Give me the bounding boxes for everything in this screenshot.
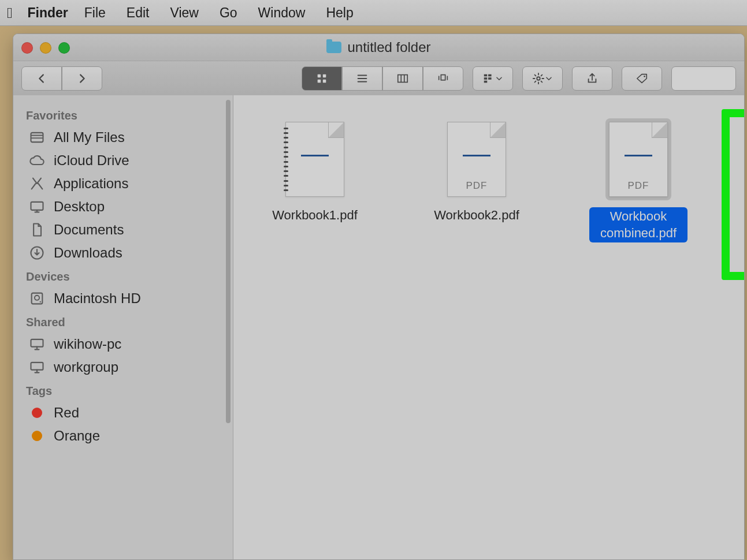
hdd-icon	[28, 291, 46, 306]
svg-rect-3	[323, 80, 326, 83]
menu-file[interactable]: File	[84, 5, 106, 21]
sidebar-item-icloud-drive[interactable]: iCloud Drive	[23, 149, 227, 172]
view-mode-switcher	[302, 66, 463, 91]
window-titlebar: untitled folder	[13, 34, 744, 61]
window-title-text: untitled folder	[347, 39, 430, 55]
finder-content[interactable]: Workbook1.pdfPDFWorkbook2.pdfPDFWorkbook…	[233, 95, 744, 559]
menu-help[interactable]: Help	[326, 5, 353, 21]
back-button[interactable]	[21, 66, 62, 91]
svg-rect-4	[398, 75, 408, 83]
share-button[interactable]	[572, 66, 612, 91]
menubar-app-name[interactable]: Finder	[28, 5, 68, 21]
list-icon	[356, 72, 369, 85]
grid-icon	[315, 72, 328, 85]
menubar:  Finder File Edit View Go Window Help	[0, 0, 747, 26]
file-item[interactable]: PDFWorkbook combined.pdf	[589, 118, 687, 242]
applications-icon	[28, 176, 46, 191]
gear-icon	[532, 72, 545, 85]
finder-window: untitled folder	[13, 33, 745, 560]
folder-icon	[326, 42, 341, 53]
sidebar-item-label: Documents	[54, 222, 124, 238]
svg-rect-1	[323, 74, 326, 78]
file-thumbnail: PDF	[447, 122, 506, 197]
file-name: Workbook1.pdf	[272, 207, 358, 224]
arrange-icon	[482, 72, 495, 85]
sidebar-item-macintosh-hd[interactable]: Macintosh HD	[23, 287, 227, 310]
monitor-icon	[28, 360, 46, 375]
all-my-files-icon	[28, 130, 46, 145]
tag-color-dot	[32, 431, 42, 441]
tag-color-dot	[32, 408, 42, 418]
sidebar-item-label: Applications	[54, 176, 128, 192]
svg-rect-5	[441, 75, 445, 80]
action-button[interactable]	[522, 66, 563, 91]
sidebar-item-label: Orange	[54, 428, 100, 444]
sidebar-item-all-my-files[interactable]: All My Files	[23, 126, 227, 149]
arrange-button[interactable]	[473, 66, 513, 91]
pdf-badge: PDF	[610, 180, 667, 192]
svg-rect-7	[484, 77, 488, 80]
monitor-icon	[28, 337, 46, 352]
cloud-icon	[28, 153, 46, 168]
search-field[interactable]	[671, 66, 736, 91]
file-thumbnail	[285, 122, 344, 197]
view-coverflow-button[interactable]	[423, 66, 463, 91]
chevron-down-icon	[495, 72, 503, 85]
sidebar-item-downloads[interactable]: Downloads	[23, 241, 227, 264]
apple-menu-icon[interactable]: 	[7, 4, 13, 22]
sidebar-item-label: workgroup	[54, 359, 118, 375]
sidebar-heading: Shared	[26, 316, 227, 329]
nav-back-forward	[21, 66, 102, 91]
sidebar-item-desktop[interactable]: Desktop	[23, 195, 227, 218]
tags-button[interactable]	[622, 66, 662, 91]
finder-sidebar: FavoritesAll My FilesiCloud DriveApplica…	[13, 95, 233, 559]
svg-rect-0	[318, 74, 321, 78]
columns-icon	[396, 72, 409, 85]
svg-rect-19	[31, 339, 43, 347]
menu-view[interactable]: View	[170, 5, 198, 21]
menu-edit[interactable]: Edit	[127, 5, 150, 21]
chevron-right-icon	[76, 72, 88, 85]
sidebar-heading: Tags	[26, 384, 227, 398]
sidebar-item-wikihow-pc[interactable]: wikihow-pc	[23, 333, 227, 356]
file-item[interactable]: Workbook1.pdf	[266, 118, 364, 224]
file-thumbnail: PDF	[609, 122, 668, 197]
documents-icon	[28, 222, 46, 237]
svg-rect-8	[484, 81, 488, 83]
view-columns-button[interactable]	[382, 66, 423, 91]
svg-rect-2	[318, 80, 321, 83]
share-icon	[586, 72, 599, 85]
sidebar-item-documents[interactable]: Documents	[23, 218, 227, 241]
sidebar-item-workgroup[interactable]: workgroup	[23, 356, 227, 379]
file-item[interactable]: PDFWorkbook2.pdf	[428, 118, 526, 224]
coverflow-icon	[437, 72, 449, 85]
sidebar-item-label: All My Files	[54, 129, 125, 145]
svg-point-17	[35, 296, 39, 300]
svg-rect-10	[488, 77, 492, 80]
sidebar-heading: Favorites	[26, 109, 227, 122]
view-list-button[interactable]	[342, 66, 382, 91]
menu-go[interactable]: Go	[220, 5, 237, 21]
sidebar-item-label: Macintosh HD	[54, 290, 141, 307]
menu-window[interactable]: Window	[258, 5, 306, 21]
svg-rect-20	[31, 363, 43, 370]
svg-point-12	[644, 76, 645, 77]
svg-rect-14	[31, 202, 43, 210]
chevron-down-icon	[545, 72, 553, 85]
finder-body: FavoritesAll My FilesiCloud DriveApplica…	[13, 95, 744, 559]
sidebar-heading: Devices	[26, 270, 227, 283]
sidebar-item-red[interactable]: Red	[23, 401, 227, 424]
finder-toolbar	[13, 61, 744, 96]
sidebar-item-applications[interactable]: Applications	[23, 172, 227, 195]
svg-rect-9	[488, 74, 492, 77]
view-icons-button[interactable]	[302, 66, 342, 91]
pdf-badge: PDF	[448, 180, 506, 192]
sidebar-item-label: Downloads	[54, 245, 122, 261]
chevron-left-icon	[35, 72, 48, 85]
sidebar-item-orange[interactable]: Orange	[23, 424, 227, 447]
forward-button[interactable]	[62, 66, 102, 91]
sidebar-item-label: Desktop	[54, 199, 105, 215]
downloads-icon	[28, 245, 46, 260]
svg-rect-13	[31, 133, 43, 142]
file-name: Workbook combined.pdf	[589, 207, 687, 242]
